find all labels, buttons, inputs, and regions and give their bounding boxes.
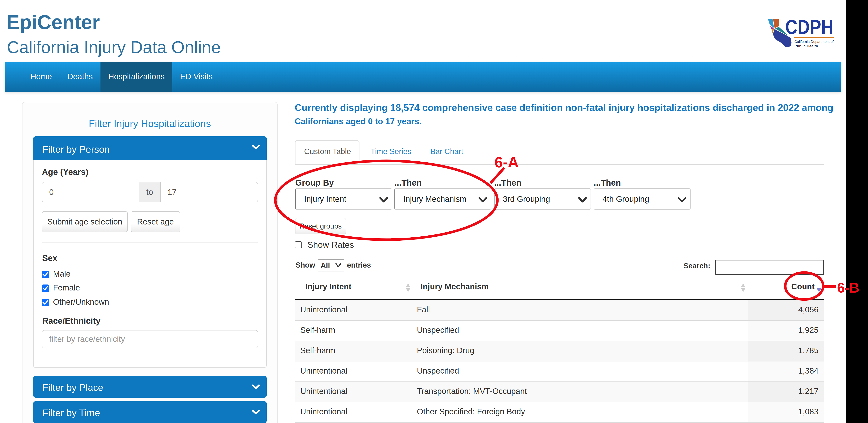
svg-text:6-B: 6-B — [837, 280, 859, 295]
svg-text:6-A: 6-A — [495, 154, 519, 171]
